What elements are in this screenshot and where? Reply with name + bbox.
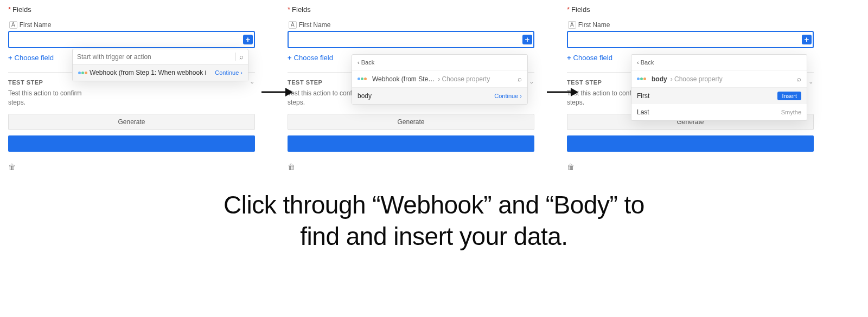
popover-item-webhook[interactable]: Webhook (from Step 1: When webhook i Con… xyxy=(73,64,248,81)
primary-action-button[interactable] xyxy=(567,135,814,152)
property-value: Smythe xyxy=(781,109,801,115)
required-asterisk: * xyxy=(288,5,290,14)
continue-link[interactable]: Continue › xyxy=(494,93,522,99)
required-asterisk: * xyxy=(567,5,570,14)
continue-link[interactable]: Continue › xyxy=(215,69,242,76)
chevron-down-icon[interactable]: ⌄ xyxy=(808,79,814,85)
first-name-input[interactable]: + xyxy=(8,31,255,48)
popover-item-first[interactable]: First Insert xyxy=(631,88,807,104)
search-icon[interactable]: ⌕ xyxy=(797,75,801,83)
test-step-section: TEST STEP ⌄ Test this action to confirm … xyxy=(8,72,255,152)
choose-field-button[interactable]: + Choose field xyxy=(567,54,612,62)
panel-step-3: *Fields AFirst Name + + Choose field TES… xyxy=(567,5,814,171)
data-picker-popover: ‹ Back Webhook (from Ste… › Choose prope… xyxy=(352,54,528,105)
popover-search-input[interactable] xyxy=(77,53,235,61)
back-button[interactable]: ‹ Back xyxy=(358,59,374,66)
fields-heading: *Fields xyxy=(567,5,814,14)
first-name-input[interactable]: + xyxy=(567,31,814,48)
insert-data-icon[interactable]: + xyxy=(522,35,532,44)
insert-data-icon[interactable]: + xyxy=(802,35,812,44)
webhook-icon xyxy=(78,72,87,74)
trash-icon[interactable]: 🗑 xyxy=(8,163,255,171)
insert-button[interactable]: Insert xyxy=(777,93,801,99)
data-picker-popover: ‹ Back body › Choose property ⌕ First In… xyxy=(631,54,807,121)
popover-path: body › Choose property ⌕ xyxy=(631,70,807,88)
arrow-right-icon xyxy=(546,84,578,104)
arrow-right-icon xyxy=(260,84,293,104)
plus-icon: + xyxy=(288,54,292,62)
chevron-down-icon[interactable]: ⌄ xyxy=(250,79,255,85)
data-picker-popover: ⌕ Webhook (from Step 1: When webhook i C… xyxy=(72,49,248,81)
chevron-down-icon[interactable]: ⌄ xyxy=(529,79,534,85)
field-label: AFirst Name xyxy=(9,21,255,29)
popover-item-body[interactable]: body Continue › xyxy=(352,88,527,104)
popover-search-row: ⌕ xyxy=(73,49,248,64)
popover-breadcrumb: ‹ Back xyxy=(352,55,527,70)
primary-action-button[interactable] xyxy=(8,135,255,152)
test-step-desc: Test this action to confirm steps. xyxy=(8,89,255,107)
svg-marker-3 xyxy=(571,88,578,96)
popover-path: Webhook (from Ste… › Choose property ⌕ xyxy=(352,70,527,88)
fields-heading: *Fields xyxy=(288,5,534,14)
panel-step-2: *Fields AFirst Name + + Choose field TES… xyxy=(288,5,534,171)
first-name-input[interactable]: + xyxy=(288,31,534,48)
field-type-chip: A xyxy=(9,21,17,29)
plus-icon: + xyxy=(567,54,571,62)
trash-icon[interactable]: 🗑 xyxy=(288,163,534,171)
panel-step-1: *Fields AFirst Name + + Choose field TES… xyxy=(8,5,255,171)
svg-marker-1 xyxy=(285,88,293,96)
choose-field-button[interactable]: + Choose field xyxy=(8,54,54,62)
search-icon[interactable]: ⌕ xyxy=(518,75,522,83)
fields-heading: *Fields xyxy=(8,5,255,14)
generate-button[interactable]: Generate xyxy=(288,114,534,130)
field-type-chip: A xyxy=(289,21,297,29)
plus-icon: + xyxy=(8,54,12,62)
trash-icon[interactable]: 🗑 xyxy=(567,163,814,171)
popover-item-last[interactable]: Last Smythe xyxy=(631,104,807,120)
choose-field-button[interactable]: + Choose field xyxy=(288,54,333,62)
popover-breadcrumb: ‹ Back xyxy=(631,55,807,70)
field-label: AFirst Name xyxy=(568,21,814,29)
webhook-icon xyxy=(358,77,367,80)
insert-data-icon[interactable]: + xyxy=(243,35,253,44)
back-button[interactable]: ‹ Back xyxy=(637,59,654,66)
search-icon[interactable]: ⌕ xyxy=(235,53,244,61)
webhook-icon xyxy=(637,77,646,80)
field-type-chip: A xyxy=(568,21,576,29)
caption-text: Click through “Webhook” and “Body” to fi… xyxy=(0,190,868,252)
generate-button[interactable]: Generate xyxy=(8,114,255,130)
primary-action-button[interactable] xyxy=(288,135,534,152)
field-label: AFirst Name xyxy=(289,21,534,29)
required-asterisk: * xyxy=(8,5,11,14)
